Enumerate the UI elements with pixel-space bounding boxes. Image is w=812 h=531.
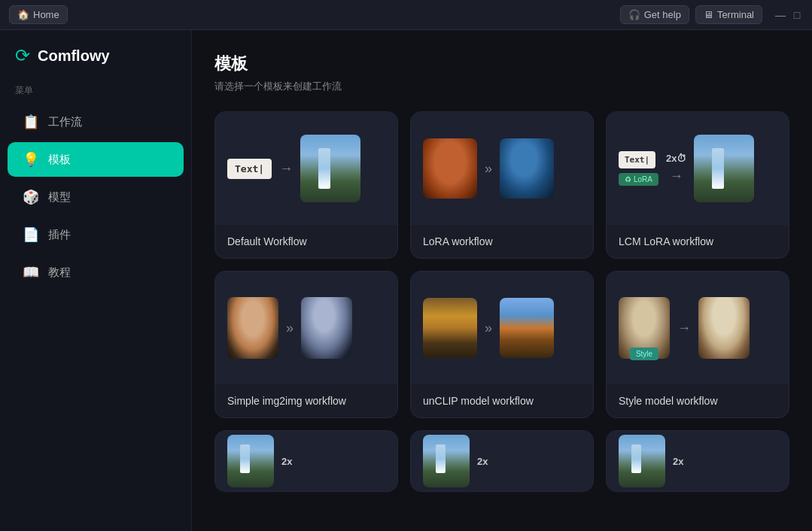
main-layout: ⟳ Comflowy 菜单 📋 工作流 💡 模板 🎲 模型 📄 插件 📖 教程 …: [0, 30, 812, 531]
template-card-lcm-lora[interactable]: Text| ♻ LoRA 2x⏱ → LCM LoRA wo: [606, 111, 789, 259]
lcm-mountain-image: [694, 135, 754, 202]
card-preview-7: 2x: [215, 431, 397, 491]
lora-badge-text: LoRA: [634, 175, 652, 184]
tutorials-label: 教程: [48, 266, 71, 280]
preview-row-7: 2x: [215, 431, 397, 491]
plugins-icon: 📄: [23, 226, 39, 243]
models-label: 模型: [48, 190, 71, 205]
card-preview-default: Text| →: [215, 112, 397, 225]
headphone-icon: 🎧: [628, 9, 640, 20]
sidebar-item-tutorials[interactable]: 📖 教程: [8, 255, 184, 290]
city-image-2: [500, 298, 554, 358]
template-card-lora[interactable]: » LoRA workflow: [410, 111, 594, 259]
card-preview-img2img: »: [215, 272, 397, 384]
preview-unclip-row: »: [411, 289, 593, 367]
get-help-button[interactable]: 🎧 Get help: [620, 5, 689, 24]
preview-row-9: 2x: [607, 431, 789, 491]
card-preview-8: 2x: [411, 431, 593, 491]
statue-image-2: [698, 297, 750, 359]
cat-image-1: [423, 138, 477, 199]
card-preview-9: 2x: [607, 431, 789, 491]
lora-badge: ♻ LoRA: [619, 173, 658, 186]
terminal-label: Terminal: [717, 9, 754, 20]
template-card-8[interactable]: 2x: [410, 430, 594, 492]
multiplier-2x-3: 2x: [673, 456, 683, 467]
lcm-center-col: 2x⏱ →: [666, 153, 686, 184]
template-card-9[interactable]: 2x: [606, 430, 789, 492]
lora-workflow-label: LoRA workflow: [411, 225, 593, 258]
lcm-arrow: →: [670, 168, 683, 184]
home-icon: 🏠: [17, 9, 29, 20]
mountain-sm-1: [227, 435, 274, 487]
template-grid: Text| → Default Workflow » LoRA workflo: [214, 111, 789, 492]
page-subtitle: 请选择一个模板来创建工作流: [214, 80, 789, 93]
window-controls: — □: [774, 9, 803, 21]
unclip-label: unCLIP model workflow: [411, 384, 593, 417]
unclip-arrow: »: [485, 320, 492, 336]
home-label: Home: [33, 9, 59, 20]
template-card-img2img[interactable]: » Simple img2img workflow: [214, 271, 398, 418]
multiplier-2x-1: 2x: [281, 456, 292, 467]
content-area: 模板 请选择一个模板来创建工作流 Text| → Default Workflo…: [192, 30, 812, 531]
preview-lcm-row: Text| ♻ LoRA 2x⏱ →: [607, 126, 789, 211]
get-help-label: Get help: [644, 9, 681, 20]
style-label: Style model workflow: [607, 384, 789, 417]
img2img-arrow: »: [286, 320, 293, 336]
text-input-box: Text|: [227, 159, 272, 179]
logo-icon: ⟳: [15, 45, 30, 66]
template-card-style[interactable]: Style → Style model workflow: [606, 271, 789, 418]
workflows-icon: 📋: [23, 114, 39, 130]
preview-lora-row: »: [411, 129, 593, 208]
style-arrow: →: [677, 320, 691, 336]
tutorials-icon: 📖: [23, 264, 39, 281]
mountain-image: [300, 135, 360, 202]
terminal-button[interactable]: 🖥 Terminal: [695, 5, 762, 24]
default-workflow-label: Default Workflow: [215, 225, 397, 258]
style-badge: Style: [630, 347, 658, 360]
style-left: Style: [619, 297, 670, 359]
home-button[interactable]: 🏠 Home: [9, 5, 68, 24]
mountain-sm-3: [619, 435, 665, 487]
plugins-label: 插件: [48, 228, 71, 242]
titlebar-left: 🏠 Home: [9, 5, 68, 24]
multiplier-2x-2: 2x: [477, 456, 488, 467]
minimize-button[interactable]: —: [774, 9, 786, 21]
multiplier-text: 2x⏱: [666, 153, 686, 164]
templates-label: 模板: [48, 153, 71, 167]
menu-label: 菜单: [0, 84, 191, 97]
sidebar-item-templates[interactable]: 💡 模板: [8, 142, 184, 177]
page-title: 模板: [214, 53, 789, 75]
preview-row-8: 2x: [411, 431, 593, 491]
card-preview-style: Style →: [607, 272, 789, 384]
img2img-label: Simple img2img workflow: [215, 384, 397, 417]
cat-image-2: [500, 138, 554, 199]
titlebar: 🏠 Home 🎧 Get help 🖥 Terminal — □: [0, 0, 812, 30]
sidebar-item-models[interactable]: 🎲 模型: [8, 180, 184, 214]
maximize-button[interactable]: □: [791, 9, 803, 21]
sidebar-item-plugins[interactable]: 📄 插件: [8, 217, 184, 252]
preview-style-row: Style →: [607, 288, 789, 368]
workflows-label: 工作流: [48, 115, 82, 129]
preview-img2img-row: »: [215, 288, 397, 368]
city-image-1: [423, 298, 477, 358]
models-icon: 🎲: [23, 189, 39, 205]
lcm-left-col: Text| ♻ LoRA: [619, 151, 658, 186]
logo-text: Comflowy: [38, 47, 110, 65]
lcm-text-box: Text|: [619, 151, 655, 168]
person-image-2: [301, 297, 352, 359]
logo: ⟳ Comflowy: [0, 45, 191, 84]
preview-default-row: Text| →: [215, 126, 397, 211]
terminal-icon: 🖥: [704, 9, 713, 20]
double-arrow-icon: »: [485, 161, 492, 177]
card-preview-unclip: »: [411, 272, 593, 384]
sidebar-item-workflows[interactable]: 📋 工作流: [8, 105, 184, 139]
template-card-7[interactable]: 2x: [214, 430, 398, 492]
mountain-sm-2: [423, 435, 470, 487]
template-card-default[interactable]: Text| → Default Workflow: [214, 111, 398, 259]
lcm-lora-label: LCM LoRA workflow: [607, 225, 789, 258]
template-card-unclip[interactable]: » unCLIP model workflow: [410, 271, 594, 418]
card-preview-lcm: Text| ♻ LoRA 2x⏱ →: [607, 112, 789, 225]
sidebar: ⟳ Comflowy 菜单 📋 工作流 💡 模板 🎲 模型 📄 插件 📖 教程: [0, 30, 192, 531]
person-image-1: [227, 297, 278, 359]
titlebar-right: 🎧 Get help 🖥 Terminal — □: [620, 5, 803, 24]
